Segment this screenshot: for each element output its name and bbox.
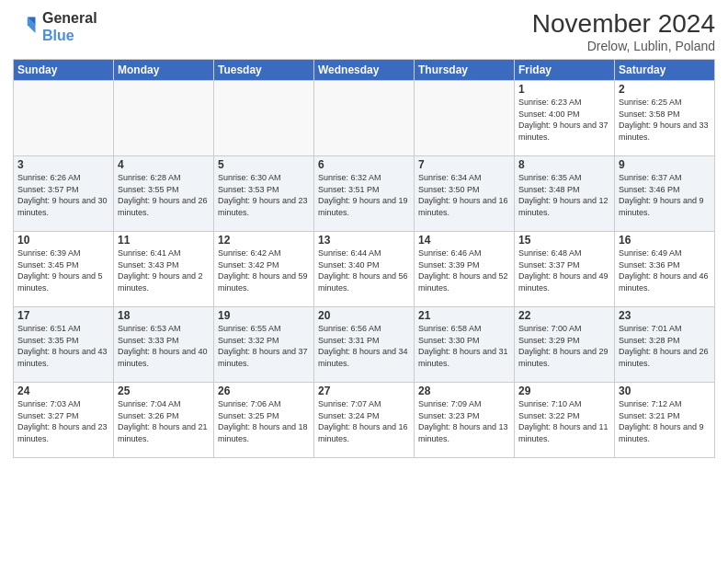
day-number: 28 xyxy=(418,385,510,397)
day-number: 16 xyxy=(619,234,711,247)
table-row: 12Sunrise: 6:42 AM Sunset: 3:42 PM Dayli… xyxy=(214,232,314,307)
day-info: Sunrise: 7:07 AM Sunset: 3:24 PM Dayligh… xyxy=(318,398,410,444)
day-info: Sunrise: 6:28 AM Sunset: 3:55 PM Dayligh… xyxy=(118,172,210,218)
table-row: 4Sunrise: 6:28 AM Sunset: 3:55 PM Daylig… xyxy=(114,156,214,232)
day-info: Sunrise: 6:49 AM Sunset: 3:36 PM Dayligh… xyxy=(619,247,711,293)
header-saturday: Saturday xyxy=(615,60,715,81)
table-row: 7Sunrise: 6:34 AM Sunset: 3:50 PM Daylig… xyxy=(415,156,515,232)
calendar-week-row: 1Sunrise: 6:23 AM Sunset: 4:00 PM Daylig… xyxy=(14,81,715,156)
table-row: 25Sunrise: 7:04 AM Sunset: 3:26 PM Dayli… xyxy=(114,383,214,458)
day-info: Sunrise: 6:37 AM Sunset: 3:46 PM Dayligh… xyxy=(619,172,711,218)
table-row: 26Sunrise: 7:06 AM Sunset: 3:25 PM Dayli… xyxy=(214,383,314,458)
title-block: November 2024 Drelow, Lublin, Poland xyxy=(532,9,715,53)
day-info: Sunrise: 6:48 AM Sunset: 3:37 PM Dayligh… xyxy=(518,247,610,293)
day-info: Sunrise: 6:56 AM Sunset: 3:31 PM Dayligh… xyxy=(318,323,410,369)
header-tuesday: Tuesday xyxy=(214,60,314,81)
table-row xyxy=(415,81,515,156)
day-info: Sunrise: 6:51 AM Sunset: 3:35 PM Dayligh… xyxy=(17,323,109,369)
day-info: Sunrise: 7:06 AM Sunset: 3:25 PM Dayligh… xyxy=(218,398,310,444)
day-info: Sunrise: 7:12 AM Sunset: 3:21 PM Dayligh… xyxy=(619,398,711,444)
day-info: Sunrise: 7:10 AM Sunset: 3:22 PM Dayligh… xyxy=(518,398,610,444)
page: General Blue November 2024 Drelow, Lubli… xyxy=(0,0,728,563)
day-info: Sunrise: 7:04 AM Sunset: 3:26 PM Dayligh… xyxy=(118,398,210,444)
header-thursday: Thursday xyxy=(415,60,515,81)
day-info: Sunrise: 6:55 AM Sunset: 3:32 PM Dayligh… xyxy=(218,323,310,369)
day-number: 1 xyxy=(518,83,610,96)
day-info: Sunrise: 7:01 AM Sunset: 3:28 PM Dayligh… xyxy=(619,323,711,369)
calendar-week-row: 24Sunrise: 7:03 AM Sunset: 3:27 PM Dayli… xyxy=(14,383,715,458)
table-row: 16Sunrise: 6:49 AM Sunset: 3:36 PM Dayli… xyxy=(615,232,715,307)
table-row: 2Sunrise: 6:25 AM Sunset: 3:58 PM Daylig… xyxy=(615,81,715,156)
day-number: 2 xyxy=(619,83,711,96)
day-info: Sunrise: 6:42 AM Sunset: 3:42 PM Dayligh… xyxy=(218,247,310,293)
day-number: 29 xyxy=(518,385,610,397)
table-row: 24Sunrise: 7:03 AM Sunset: 3:27 PM Dayli… xyxy=(14,383,114,458)
table-row: 18Sunrise: 6:53 AM Sunset: 3:33 PM Dayli… xyxy=(114,307,214,383)
day-info: Sunrise: 6:32 AM Sunset: 3:51 PM Dayligh… xyxy=(318,172,410,218)
header-wednesday: Wednesday xyxy=(314,60,415,81)
table-row: 5Sunrise: 6:30 AM Sunset: 3:53 PM Daylig… xyxy=(214,156,314,232)
table-row: 20Sunrise: 6:56 AM Sunset: 3:31 PM Dayli… xyxy=(314,307,415,383)
table-row: 22Sunrise: 7:00 AM Sunset: 3:29 PM Dayli… xyxy=(515,307,615,383)
table-row: 27Sunrise: 7:07 AM Sunset: 3:24 PM Dayli… xyxy=(314,383,415,458)
day-number: 24 xyxy=(17,385,109,397)
table-row: 28Sunrise: 7:09 AM Sunset: 3:23 PM Dayli… xyxy=(415,383,515,458)
table-row: 8Sunrise: 6:35 AM Sunset: 3:48 PM Daylig… xyxy=(515,156,615,232)
header-friday: Friday xyxy=(515,60,615,81)
day-info: Sunrise: 6:25 AM Sunset: 3:58 PM Dayligh… xyxy=(619,97,711,143)
day-info: Sunrise: 7:03 AM Sunset: 3:27 PM Dayligh… xyxy=(17,398,109,444)
calendar-week-row: 3Sunrise: 6:26 AM Sunset: 3:57 PM Daylig… xyxy=(14,156,715,232)
day-number: 27 xyxy=(318,385,410,397)
day-number: 8 xyxy=(518,158,610,171)
day-number: 25 xyxy=(118,385,210,397)
header-monday: Monday xyxy=(114,60,214,81)
logo-icon xyxy=(13,14,39,40)
logo-text: General Blue xyxy=(42,9,97,44)
day-number: 30 xyxy=(619,385,711,397)
table-row: 3Sunrise: 6:26 AM Sunset: 3:57 PM Daylig… xyxy=(14,156,114,232)
day-number: 22 xyxy=(518,309,610,322)
main-title: November 2024 xyxy=(532,9,715,39)
calendar-table: Sunday Monday Tuesday Wednesday Thursday… xyxy=(13,59,715,458)
day-info: Sunrise: 6:35 AM Sunset: 3:48 PM Dayligh… xyxy=(518,172,610,218)
day-number: 20 xyxy=(318,309,410,322)
table-row: 9Sunrise: 6:37 AM Sunset: 3:46 PM Daylig… xyxy=(615,156,715,232)
table-row xyxy=(214,81,314,156)
day-number: 19 xyxy=(218,309,310,322)
table-row: 14Sunrise: 6:46 AM Sunset: 3:39 PM Dayli… xyxy=(415,232,515,307)
day-number: 12 xyxy=(218,234,310,247)
day-number: 18 xyxy=(118,309,210,322)
table-row: 19Sunrise: 6:55 AM Sunset: 3:32 PM Dayli… xyxy=(214,307,314,383)
day-number: 10 xyxy=(17,234,109,247)
day-info: Sunrise: 6:26 AM Sunset: 3:57 PM Dayligh… xyxy=(17,172,109,218)
subtitle: Drelow, Lublin, Poland xyxy=(532,39,715,53)
day-info: Sunrise: 6:30 AM Sunset: 3:53 PM Dayligh… xyxy=(218,172,310,218)
day-number: 7 xyxy=(418,158,510,171)
day-number: 15 xyxy=(518,234,610,247)
table-row: 21Sunrise: 6:58 AM Sunset: 3:30 PM Dayli… xyxy=(415,307,515,383)
day-info: Sunrise: 6:53 AM Sunset: 3:33 PM Dayligh… xyxy=(118,323,210,369)
day-number: 23 xyxy=(619,309,711,322)
table-row: 29Sunrise: 7:10 AM Sunset: 3:22 PM Dayli… xyxy=(515,383,615,458)
day-info: Sunrise: 6:39 AM Sunset: 3:45 PM Dayligh… xyxy=(17,247,109,293)
table-row: 10Sunrise: 6:39 AM Sunset: 3:45 PM Dayli… xyxy=(14,232,114,307)
day-number: 17 xyxy=(17,309,109,322)
day-number: 4 xyxy=(118,158,210,171)
day-info: Sunrise: 6:46 AM Sunset: 3:39 PM Dayligh… xyxy=(418,247,510,293)
day-number: 3 xyxy=(17,158,109,171)
day-info: Sunrise: 6:34 AM Sunset: 3:50 PM Dayligh… xyxy=(418,172,510,218)
day-info: Sunrise: 6:58 AM Sunset: 3:30 PM Dayligh… xyxy=(418,323,510,369)
calendar-week-row: 10Sunrise: 6:39 AM Sunset: 3:45 PM Dayli… xyxy=(14,232,715,307)
day-number: 5 xyxy=(218,158,310,171)
table-row: 30Sunrise: 7:12 AM Sunset: 3:21 PM Dayli… xyxy=(615,383,715,458)
table-row: 17Sunrise: 6:51 AM Sunset: 3:35 PM Dayli… xyxy=(14,307,114,383)
day-number: 13 xyxy=(318,234,410,247)
table-row: 15Sunrise: 6:48 AM Sunset: 3:37 PM Dayli… xyxy=(515,232,615,307)
calendar-week-row: 17Sunrise: 6:51 AM Sunset: 3:35 PM Dayli… xyxy=(14,307,715,383)
table-row: 23Sunrise: 7:01 AM Sunset: 3:28 PM Dayli… xyxy=(615,307,715,383)
weekday-header-row: Sunday Monday Tuesday Wednesday Thursday… xyxy=(14,60,715,81)
table-row xyxy=(314,81,415,156)
day-number: 14 xyxy=(418,234,510,247)
day-number: 11 xyxy=(118,234,210,247)
header-sunday: Sunday xyxy=(14,60,114,81)
